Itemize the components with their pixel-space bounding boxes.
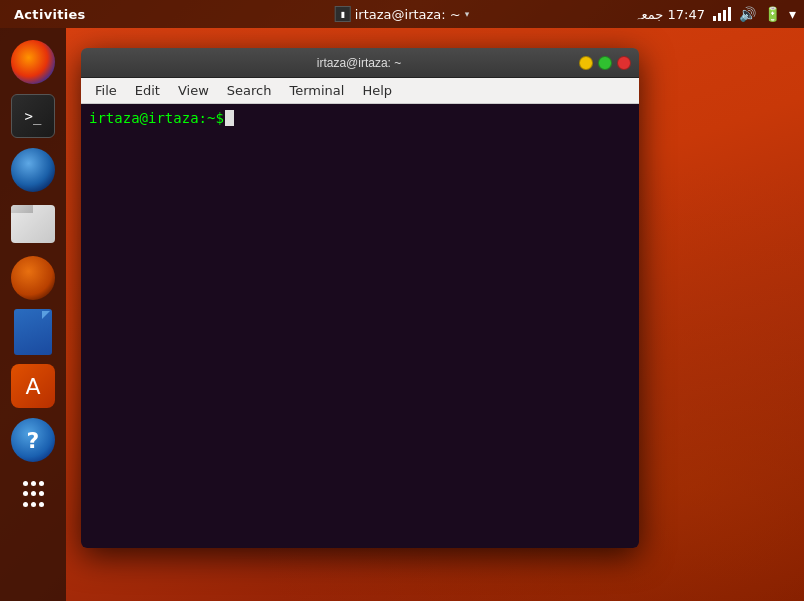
minimize-button[interactable] xyxy=(579,56,593,70)
top-bar-center: ▮ irtaza@irtaza: ~ ▾ xyxy=(335,6,470,22)
rhythmbox-icon xyxy=(11,256,55,300)
dock-item-help[interactable]: ? xyxy=(9,416,57,464)
writer-icon xyxy=(14,309,52,355)
menu-file[interactable]: File xyxy=(87,81,125,100)
help-icon: ? xyxy=(11,418,55,462)
top-bar-right: 17:47 جمعہ 🔊 🔋 ▾ xyxy=(634,6,804,22)
terminal-body[interactable]: irtaza@irtaza:~$ xyxy=(81,104,639,548)
top-bar: Activities ▮ irtaza@irtaza: ~ ▾ 17:47 جم… xyxy=(0,0,804,28)
dock-item-rhythmbox[interactable] xyxy=(9,254,57,302)
terminal-titlebar: irtaza@irtaza: ~ xyxy=(81,48,639,78)
system-menu-icon[interactable]: ▾ xyxy=(789,6,796,22)
terminal-taskbar-label: irtaza@irtaza: ~ xyxy=(355,7,461,22)
volume-icon[interactable]: 🔊 xyxy=(739,6,756,22)
dock-item-firefox[interactable] xyxy=(9,38,57,86)
terminal-title: irtaza@irtaza: ~ xyxy=(139,56,579,70)
thunderbird-icon xyxy=(11,148,55,192)
menu-terminal[interactable]: Terminal xyxy=(281,81,352,100)
network-icon[interactable] xyxy=(713,7,731,21)
terminal-dropdown-arrow: ▾ xyxy=(465,9,470,19)
activities-button[interactable]: Activities xyxy=(8,5,92,24)
terminal-menubar: File Edit View Search Terminal Help xyxy=(81,78,639,104)
dock-item-writer[interactable] xyxy=(9,308,57,356)
terminal-taskbar-button[interactable]: ▮ irtaza@irtaza: ~ ▾ xyxy=(335,6,470,22)
apps-grid-icon xyxy=(11,472,55,516)
prompt-text: irtaza@irtaza:~$ xyxy=(89,110,224,126)
clock: 17:47 جمعہ xyxy=(634,7,705,22)
dock-item-thunderbird[interactable] xyxy=(9,146,57,194)
desktop: irtaza@irtaza: ~ File Edit View Search T… xyxy=(66,28,804,601)
dock-item-terminal[interactable] xyxy=(9,92,57,140)
files-icon xyxy=(11,205,55,243)
menu-view[interactable]: View xyxy=(170,81,217,100)
top-bar-left: Activities xyxy=(0,5,92,24)
firefox-icon xyxy=(11,40,55,84)
terminal-window: irtaza@irtaza: ~ File Edit View Search T… xyxy=(81,48,639,548)
menu-edit[interactable]: Edit xyxy=(127,81,168,100)
terminal-cursor xyxy=(225,110,234,126)
dock-item-apps[interactable] xyxy=(9,470,57,518)
terminal-dock-icon xyxy=(11,94,55,138)
maximize-button[interactable] xyxy=(598,56,612,70)
window-controls xyxy=(579,56,631,70)
terminal-small-icon: ▮ xyxy=(335,6,351,22)
dock: A ? xyxy=(0,28,66,601)
battery-icon[interactable]: 🔋 xyxy=(764,6,781,22)
terminal-prompt-line: irtaza@irtaza:~$ xyxy=(89,110,631,126)
close-button[interactable] xyxy=(617,56,631,70)
dock-item-files[interactable] xyxy=(9,200,57,248)
menu-search[interactable]: Search xyxy=(219,81,280,100)
menu-help[interactable]: Help xyxy=(354,81,400,100)
dock-item-software[interactable]: A xyxy=(9,362,57,410)
software-icon: A xyxy=(11,364,55,408)
